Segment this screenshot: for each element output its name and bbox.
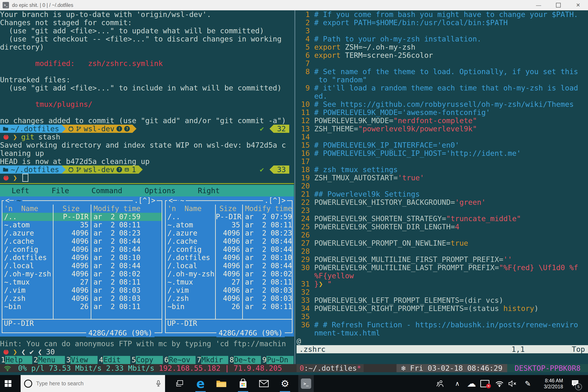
search-input[interactable] (36, 380, 156, 387)
mc-fkey-re~ov[interactable]: 6Re~ov (163, 356, 196, 364)
status-ok-icon: ✔ (260, 166, 264, 174)
taskbar-settings[interactable]: ⚙ (277, 375, 293, 392)
action-center-button[interactable]: 5 (567, 375, 583, 392)
mc-file-row[interactable]: ~.tmux27ar 2 08:11 (166, 278, 292, 286)
minimize-button[interactable]: — (529, 0, 548, 10)
command-line: ❯ git stash (0, 133, 294, 141)
mc-fkey-help[interactable]: 1Help (0, 356, 33, 364)
tmux-pane-border-horizontal[interactable] (0, 183, 294, 184)
task-view-button[interactable] (172, 375, 188, 392)
taskbar-file-explorer[interactable] (214, 375, 229, 392)
mc-selected-file-status: UP--DIR (167, 319, 197, 328)
tray-clock[interactable]: 8:46 AM 3/2/2018 (544, 375, 563, 392)
mc-file-row[interactable] (2, 311, 162, 319)
microphone-icon[interactable] (156, 380, 161, 387)
mc-file-row[interactable]: /.oh-my-zsh4096ar 2 08:02 (166, 270, 292, 278)
tray-people[interactable] (432, 375, 448, 392)
mc-fkey-menu[interactable]: 2Menu (33, 356, 65, 364)
mc-menu-bar: LeftFileCommandOptionsRight (0, 185, 294, 196)
mc-menu-item-file[interactable]: File (52, 186, 69, 195)
mc-file-row[interactable]: /.zsh4096ar 2 08:03 (166, 294, 292, 302)
mc-fkey-copy[interactable]: 5Copy (131, 356, 163, 364)
taskbar-edge[interactable]: e (193, 375, 208, 392)
running-indicator (195, 391, 206, 392)
mc-panel-path[interactable]: ~ (16, 196, 22, 204)
mc-file-row[interactable]: /.vim4096ar 2 08:03 (2, 286, 162, 294)
mc-file-row[interactable]: /.local4096ar 2 08:44 (2, 262, 162, 270)
mc-file-row[interactable] (166, 311, 292, 319)
mc-fkey-de~te[interactable]: 8De~te (229, 356, 261, 364)
tmux-window-tab[interactable]: 0:~/.dotfiles* (296, 364, 364, 372)
vim-buffer: 1 # If you come from bash you might have… (296, 10, 588, 345)
tmux-pane-border-vertical[interactable] (294, 10, 295, 372)
mc-file-row[interactable]: ~.atom35ar 2 08:11 (2, 221, 162, 229)
mc-file-row[interactable]: ~bin26ar 2 08:11 (166, 302, 292, 311)
windows-logo-icon (5, 380, 12, 387)
mc-function-key-bar: 1Help2Menu3View4Edit5Copy6Re~ov7Mkdir8De… (0, 356, 294, 364)
mc-file-row[interactable]: /.cache4096ar 2 08:44 (2, 237, 162, 246)
mc-menu-item-command[interactable]: Command (92, 186, 122, 195)
mc-right-panel[interactable]: <─ ~ .[^]> 'n Name Size Modify time /..P… (165, 196, 292, 336)
mc-file-row[interactable]: /.dotfiles4096ar 2 08:10 (2, 254, 162, 262)
running-indicator (238, 391, 248, 392)
prompt-path: ~/.dotfiles (11, 124, 59, 133)
mc-file-row[interactable]: /.zsh4096ar 2 08:03 (2, 294, 162, 302)
taskbar-mail[interactable] (256, 375, 272, 392)
close-button[interactable]: ✕ (568, 0, 588, 10)
mc-file-row[interactable]: /..P--DIRar 2 07:59 (166, 213, 292, 221)
mc-file-row[interactable]: /..P--DIRar 2 07:59 (2, 213, 162, 221)
mc-disk-usage: 428G/476G (90%) (86, 329, 154, 337)
mc-fkey-pu~dn[interactable]: 9Pu~Dn (261, 356, 294, 364)
mc-file-row[interactable]: /.local4096ar 2 08:44 (166, 262, 292, 270)
mc-file-row[interactable]: /.config4096ar 2 08:44 (166, 246, 292, 254)
tray-display-error[interactable]: ✕ (477, 375, 492, 392)
mc-left-panel[interactable]: <─ ~ .[^]> 'n Name Size Modify time /..P… (2, 196, 162, 336)
mc-file-row[interactable]: /.vim4096ar 2 08:03 (166, 286, 292, 294)
history-badge: 32 (270, 125, 289, 133)
stash-count: 1 (132, 165, 136, 174)
prompt-dir-segment: ~/.dotfiles (0, 125, 62, 133)
mc-panels-area: <─ ~ .[^]> 'n Name Size Modify time /..P… (0, 196, 294, 336)
taskbar-terminal-active[interactable]: >_ (298, 375, 314, 392)
restore-button[interactable] (548, 0, 568, 10)
tray-pen[interactable]: ✎ (520, 375, 536, 392)
mc-file-row[interactable]: /.config4096ar 2 08:44 (2, 246, 162, 254)
mc-file-row[interactable]: /.azure4096ar 2 08:23 (166, 229, 292, 237)
vim-pane: 1 # If you come from bash you might have… (296, 10, 588, 345)
prompt-arrow: ❯ (13, 174, 17, 182)
mc-panel-path[interactable]: ~ (179, 196, 186, 204)
dirty-indicator: ! (116, 126, 122, 132)
mc-file-row[interactable]: /.azure4096ar 2 08:23 (2, 229, 162, 237)
mc-menu-item-options[interactable]: Options (145, 186, 175, 195)
mc-fkey-mkdir[interactable]: 7Mkdir (196, 356, 229, 364)
mc-fkey-view[interactable]: 3View (65, 356, 98, 364)
mc-file-row[interactable]: /.oh-my-zsh4096ar 2 08:02 (2, 270, 162, 278)
mc-panel-scroll-right[interactable]: .[^]> (263, 196, 287, 204)
mc-menu-item-left[interactable]: Left (12, 186, 29, 195)
mc-file-row[interactable]: ~bin26ar 2 08:11 (2, 302, 162, 311)
mc-file-row[interactable]: /.cache4096ar 2 08:44 (166, 237, 292, 246)
prompt-branch: wsl-dev (84, 165, 114, 174)
mc-panel-scroll-left[interactable]: <─ (4, 196, 15, 204)
terminal-window[interactable]: Your branch is up-to-date with 'origin/w… (0, 10, 588, 375)
terminal-cursor (22, 174, 28, 182)
github-icon (68, 126, 74, 132)
mc-file-row[interactable]: ~.tmux27ar 2 08:11 (2, 278, 162, 286)
taskbar-search[interactable] (21, 375, 165, 392)
start-button[interactable] (0, 375, 16, 392)
mc-menu-item-right[interactable]: Right (198, 186, 220, 195)
tmux-network-stats: 0% p/l 73.53 Mbit/s 2.33 Mbit/s 192.168.… (18, 364, 282, 372)
mc-file-row[interactable]: ~.atom35ar 2 08:11 (166, 221, 292, 229)
mc-column-headers[interactable]: 'n Name Size Modify time (2, 204, 162, 213)
mc-fkey-edit[interactable]: 4Edit (98, 356, 131, 364)
tray-chevron[interactable]: ∧ (450, 375, 465, 392)
file-explorer-icon (216, 379, 227, 388)
history-badge: 33 (270, 166, 289, 174)
taskbar-store[interactable] (235, 375, 251, 392)
mc-panel-scroll-right[interactable]: .[^]> (133, 196, 157, 204)
mc-column-headers[interactable]: 'n Name Size Modify time (166, 204, 292, 213)
mc-panel-scroll-left[interactable]: <─ (167, 196, 178, 204)
wifi-icon (495, 380, 504, 387)
mc-file-row[interactable]: /.dotfiles4096ar 2 08:10 (166, 254, 292, 262)
tray-volume-muted[interactable] (504, 375, 520, 392)
